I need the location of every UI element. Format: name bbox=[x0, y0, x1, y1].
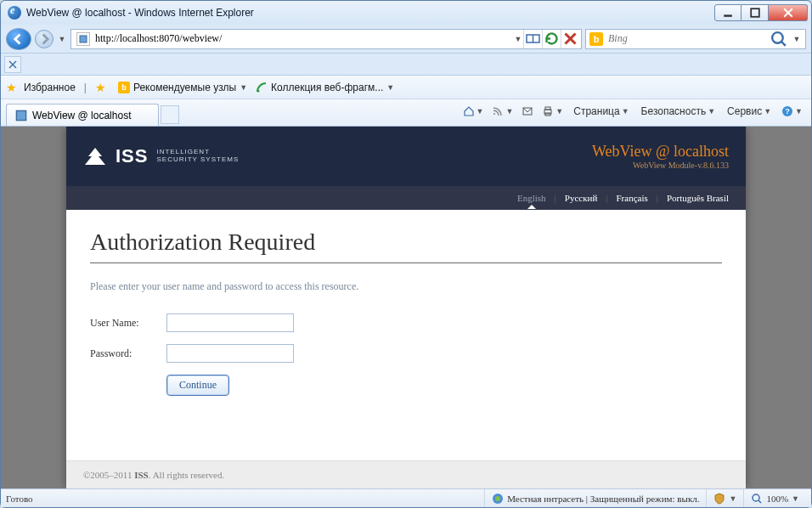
zone-icon bbox=[492, 493, 504, 505]
language-bar: English | Русский | Français | Português… bbox=[66, 186, 746, 210]
help-icon: ? bbox=[781, 105, 793, 117]
svg-rect-9 bbox=[545, 107, 550, 110]
separator: | bbox=[657, 193, 658, 203]
page-body: Authorization Required Please enter your… bbox=[66, 210, 746, 460]
refresh-button[interactable] bbox=[542, 30, 561, 48]
lang-french[interactable]: Français bbox=[617, 193, 648, 203]
safety-menu[interactable]: Безопасность▼ bbox=[636, 102, 720, 121]
chevron-down-icon: ▼ bbox=[240, 83, 247, 92]
logo: ISS INTELLIGENT SECURITY SYSTEMS bbox=[83, 145, 239, 167]
password-label: Password: bbox=[90, 347, 166, 360]
x-icon bbox=[8, 60, 17, 69]
close-icon bbox=[783, 8, 793, 18]
url-dropdown[interactable]: ▼ bbox=[513, 28, 523, 50]
close-tab-button[interactable] bbox=[4, 56, 21, 73]
footer-brand: ISS bbox=[134, 470, 149, 480]
print-icon bbox=[542, 105, 554, 117]
favorites-bar: ★ Избранное | ★ b Рекомендуемые узлы ▼ К… bbox=[1, 76, 811, 99]
slice-icon bbox=[256, 82, 268, 93]
status-zone[interactable]: Местная интрасеть | Защищенный режим: вы… bbox=[484, 489, 706, 507]
brand-sub2: SECURITY SYSTEMS bbox=[156, 156, 239, 164]
brand-name: ISS bbox=[116, 145, 148, 167]
separator: | bbox=[606, 193, 607, 203]
window-buttons bbox=[714, 4, 808, 21]
help-button[interactable]: ?▼ bbox=[778, 102, 806, 121]
nav-history-dropdown[interactable]: ▼ bbox=[57, 28, 67, 50]
feeds-button[interactable]: ▼ bbox=[488, 102, 516, 121]
read-mail-button[interactable] bbox=[518, 102, 537, 121]
status-protected-mode[interactable]: ▼ bbox=[706, 489, 743, 507]
page-viewport: ISS INTELLIGENT SECURITY SYSTEMS WebView… bbox=[1, 127, 811, 488]
separator: | bbox=[555, 193, 556, 203]
page-heading: Authorization Required bbox=[90, 229, 722, 263]
search-button[interactable] bbox=[770, 30, 788, 48]
chevron-down-icon: ▼ bbox=[386, 83, 394, 92]
arrow-left-icon bbox=[13, 33, 25, 45]
footer-years: ©2005–2011 bbox=[83, 470, 134, 480]
new-tab-button[interactable] bbox=[161, 105, 179, 124]
lang-russian[interactable]: Русский bbox=[565, 193, 598, 203]
search-provider-dropdown[interactable]: ▼ bbox=[792, 28, 802, 50]
print-button[interactable]: ▼ bbox=[539, 102, 567, 121]
continue-button[interactable]: Continue bbox=[166, 375, 229, 396]
tab-webview[interactable]: WebView @ localhost bbox=[6, 104, 159, 126]
instruction-text: Please enter your user name and password… bbox=[90, 280, 722, 293]
username-label: User Name: bbox=[90, 317, 166, 330]
browser-window: WebView @ localhost - Windows Internet E… bbox=[0, 0, 812, 508]
favorites-button[interactable]: ★ Избранное bbox=[6, 81, 76, 94]
svg-rect-1 bbox=[751, 8, 759, 17]
shield-icon bbox=[713, 493, 725, 505]
separator: | bbox=[84, 82, 87, 93]
magnifier-icon bbox=[770, 30, 788, 48]
page-footer: ©2005–2011 ISS. All rights reserved. bbox=[66, 460, 746, 488]
svg-rect-6 bbox=[16, 110, 25, 120]
close-button[interactable] bbox=[769, 4, 808, 21]
compat-icon bbox=[524, 30, 542, 48]
safety-menu-label: Безопасность bbox=[641, 105, 707, 117]
add-favorite-button[interactable]: ★ bbox=[95, 81, 110, 94]
username-input[interactable] bbox=[166, 313, 294, 332]
titlebar: WebView @ localhost - Windows Internet E… bbox=[1, 1, 811, 25]
header-subtitle: WebView Module-v.8.6.133 bbox=[592, 161, 729, 170]
recommended-sites-menu[interactable]: b Рекомендуемые узлы ▼ bbox=[118, 82, 247, 93]
window-title: WebView @ localhost - Windows Internet E… bbox=[26, 7, 254, 19]
lang-english[interactable]: English bbox=[517, 193, 546, 203]
page-content: ISS INTELLIGENT SECURITY SYSTEMS WebView… bbox=[66, 127, 746, 488]
tools-menu[interactable]: Сервис▼ bbox=[722, 102, 776, 121]
stop-icon bbox=[561, 30, 579, 48]
svg-point-4 bbox=[772, 32, 783, 43]
rss-icon bbox=[492, 105, 504, 117]
page-header: ISS INTELLIGENT SECURITY SYSTEMS WebView… bbox=[66, 127, 746, 186]
footer-rest: . All rights reserved. bbox=[149, 470, 225, 480]
command-bar: ▼ ▼ ▼ Страница▼ Безопасность▼ Сервис▼ ?▼ bbox=[460, 99, 806, 126]
search-input[interactable] bbox=[606, 31, 766, 48]
tools-menu-label: Сервис bbox=[727, 105, 762, 117]
web-slices-menu[interactable]: Коллекция веб-фрагм... ▼ bbox=[256, 82, 394, 93]
status-zoom[interactable]: 100% ▼ bbox=[743, 489, 806, 507]
status-zone-text: Местная интрасеть | Защищенный режим: вы… bbox=[507, 494, 699, 504]
tab-strip bbox=[1, 54, 811, 76]
nav-bar: ▼ ▼ b ▼ bbox=[1, 25, 811, 54]
chevron-down-icon: ▼ bbox=[792, 494, 799, 503]
url-input[interactable] bbox=[93, 31, 513, 48]
minimize-button[interactable] bbox=[714, 4, 742, 21]
favorites-label: Избранное bbox=[24, 82, 76, 93]
arrow-right-icon bbox=[38, 33, 50, 45]
maximize-button[interactable] bbox=[742, 4, 769, 21]
username-row: User Name: bbox=[90, 313, 722, 332]
zoom-value: 100% bbox=[766, 494, 788, 504]
web-slices-label: Коллекция веб-фрагм... bbox=[271, 82, 383, 93]
compat-view-button[interactable] bbox=[523, 30, 542, 48]
star-add-icon: ★ bbox=[95, 81, 106, 94]
recommended-label: Рекомендуемые узлы bbox=[133, 82, 236, 93]
password-input[interactable] bbox=[166, 344, 294, 363]
home-button[interactable]: ▼ bbox=[460, 102, 488, 121]
address-bar: ▼ bbox=[70, 29, 582, 49]
maximize-icon bbox=[750, 8, 760, 18]
search-bar: b ▼ bbox=[585, 29, 806, 49]
forward-button[interactable] bbox=[35, 30, 54, 48]
back-button[interactable] bbox=[6, 28, 31, 50]
page-menu[interactable]: Страница▼ bbox=[568, 102, 634, 121]
lang-portuguese[interactable]: Português Brasil bbox=[667, 193, 729, 203]
stop-button[interactable] bbox=[561, 30, 579, 48]
